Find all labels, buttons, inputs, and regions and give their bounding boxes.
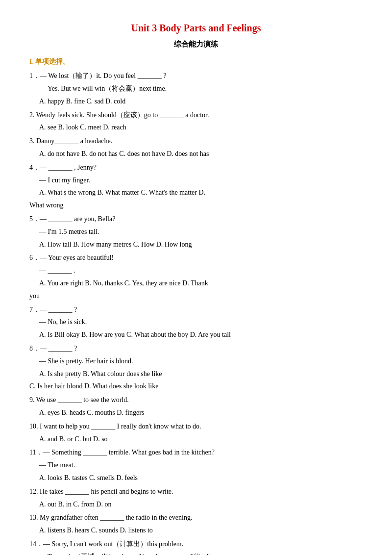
- options-line: A. and B. or C. but D. so: [39, 433, 363, 445]
- question-line: you: [29, 290, 363, 302]
- page-title-en: Unit 3 Body Parts and Feelings: [29, 20, 363, 36]
- question-block-8: 8．— _______ ?— She is pretty. Her hair i…: [29, 343, 363, 392]
- question-line: — Yes. But we will win（将会赢）next time.: [29, 83, 363, 95]
- question-block-10: 10. I want to help you _______ I really …: [29, 421, 363, 445]
- question-line: 8．— _______ ?: [29, 343, 363, 354]
- question-block-11: 11．— Something _______ terrible. What go…: [29, 447, 363, 483]
- question-line: 2. Wendy feels sick. She should（应该）go to…: [29, 109, 363, 121]
- question-line: 3. Danny_______ a headache.: [29, 135, 363, 147]
- question-line: A. You are right B. No, thanks C. Yes, t…: [29, 278, 363, 289]
- question-line: A. Is she pretty B. What colour does she…: [29, 368, 363, 380]
- options-line: A. do not have B. do not has C. does not…: [39, 148, 363, 160]
- question-line: — The meat.: [29, 459, 363, 471]
- options-line: A. looks B. tastes C. smells D. feels: [39, 472, 363, 484]
- question-block-12: 12. He takes _______ his pencil and begi…: [29, 486, 363, 510]
- question-block-5: 5．— _______ are you, Bella?— I'm 1.5 met…: [29, 213, 363, 250]
- question-line: A. What's the wrong B. What matter C. Wh…: [29, 187, 363, 199]
- question-line: 11．— Something _______ terrible. What go…: [29, 447, 363, 458]
- question-line: 9. We use _______ to see the world.: [29, 394, 363, 406]
- question-line: — Try again（再试一次）, please. It's only ___…: [29, 551, 363, 555]
- question-block-9: 9. We use _______ to see the world.A. ey…: [29, 394, 363, 419]
- question-line: C. Is her hair blond D. What does she lo…: [29, 380, 363, 392]
- question-line: 5．— _______ are you, Bella?: [29, 213, 363, 225]
- question-line: 10. I want to help you _______ I really …: [29, 421, 363, 432]
- question-block-1: 1．— We lost（输了）it. Do you feel _______ ?…: [29, 70, 363, 107]
- question-line: — _______ .: [29, 265, 363, 277]
- question-line: 7．— _______ ?: [29, 304, 363, 316]
- page-title-zh: 综合能力演练: [29, 38, 363, 51]
- question-block-4: 4．— _______ , Jenny?— I cut my finger.A.…: [29, 162, 363, 211]
- question-line: — I cut my finger.: [29, 175, 363, 186]
- question-line: A. How tall B. How many metres C. How D.…: [29, 239, 363, 251]
- question-line: 12. He takes _______ his pencil and begi…: [29, 486, 363, 498]
- section1-header: I. 单项选择。: [29, 56, 363, 68]
- question-line: 4．— _______ , Jenny?: [29, 162, 363, 174]
- question-block-7: 7．— _______ ?— No, he is sick.A. Is Bill…: [29, 304, 363, 341]
- question-line: A. Is Bill okay B. How are you C. What a…: [29, 329, 363, 341]
- question-line: What wrong: [29, 200, 363, 211]
- question-block-3: 3. Danny_______ a headache.A. do not hav…: [29, 135, 363, 160]
- question-block-13: 13. My grandfather often _______ the rad…: [29, 512, 363, 536]
- question-line: — She is pretty. Her hair is blond.: [29, 355, 363, 367]
- question-line: 14．— Sorry, I can't work out（计算出）this pr…: [29, 538, 363, 550]
- question-block-14: 14．— Sorry, I can't work out（计算出）this pr…: [29, 538, 363, 555]
- options-line: A. out B. in C. from D. on: [39, 499, 363, 510]
- question-line: 13. My grandfather often _______ the rad…: [29, 512, 363, 524]
- options-line: A. see B. look C. meet D. reach: [39, 122, 363, 133]
- question-line: 1．— We lost（输了）it. Do you feel _______ ?: [29, 70, 363, 82]
- options-line: A. eyes B. heads C. mouths D. fingers: [39, 407, 363, 419]
- question-block-2: 2. Wendy feels sick. She should（应该）go to…: [29, 109, 363, 134]
- question-block-6: 6．— Your eyes are beautiful!— _______ .A…: [29, 252, 363, 302]
- question-line: — No, he is sick.: [29, 316, 363, 328]
- options-line: A. listens B. hears C. sounds D. listens…: [39, 525, 363, 536]
- question-line: 6．— Your eyes are beautiful!: [29, 252, 363, 264]
- options-line: A. happy B. fine C. sad D. cold: [39, 96, 363, 107]
- question-list: 1．— We lost（输了）it. Do you feel _______ ?…: [29, 70, 363, 555]
- question-line: — I'm 1.5 metres tall.: [29, 226, 363, 238]
